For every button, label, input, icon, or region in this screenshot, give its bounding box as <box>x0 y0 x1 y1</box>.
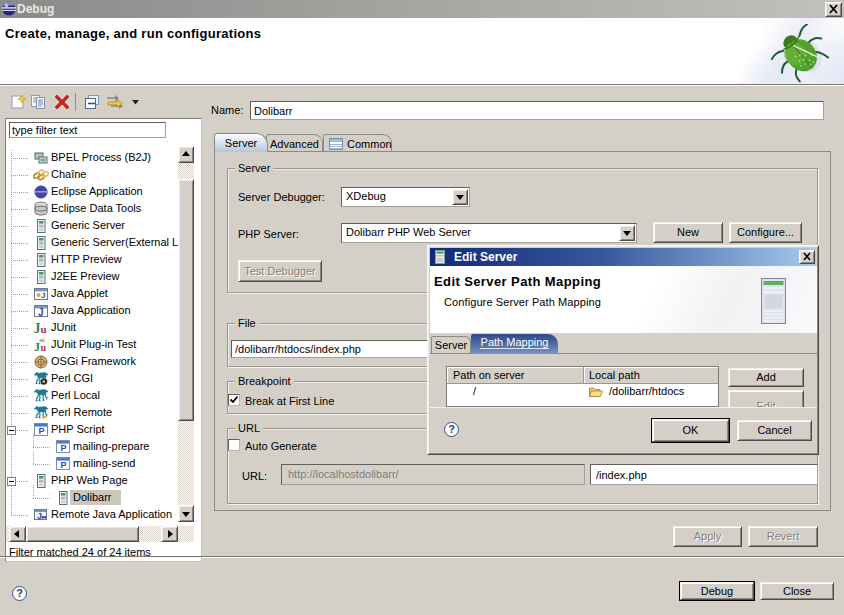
svg-text:J: J <box>38 307 44 318</box>
svg-text:J: J <box>34 340 40 353</box>
svg-text:u: u <box>41 323 47 335</box>
svg-text:J: J <box>41 291 45 300</box>
svg-text:P: P <box>61 443 67 453</box>
svg-text:J: J <box>37 511 42 521</box>
svg-text:u: u <box>41 342 47 353</box>
svg-text:P: P <box>61 460 67 470</box>
svg-text:P: P <box>39 426 45 436</box>
svg-text:J: J <box>34 321 41 336</box>
